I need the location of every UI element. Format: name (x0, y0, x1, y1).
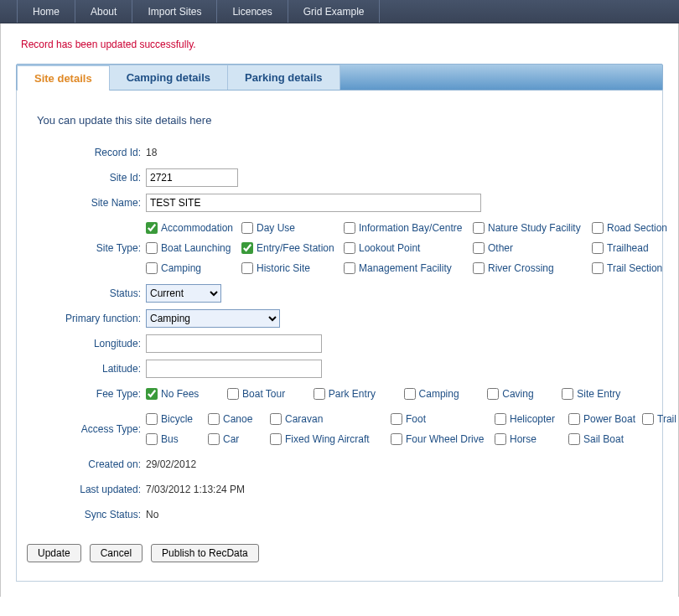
nav-grid-example[interactable]: Grid Example (288, 0, 381, 23)
fee-type-option[interactable]: Park Entry (314, 385, 401, 403)
access-type-checkbox[interactable] (391, 413, 402, 425)
site-type-option[interactable]: Historic Site (241, 259, 340, 277)
access-type-option[interactable]: Four Wheel Drive (391, 430, 491, 448)
access-type-checkbox[interactable] (208, 413, 220, 425)
fee-type-checkbox[interactable] (314, 388, 325, 400)
record-id-label: Record Id: (34, 143, 146, 162)
site-type-checkbox[interactable] (241, 262, 253, 274)
access-type-checkbox[interactable] (146, 413, 158, 425)
site-type-option[interactable]: Trail Section (592, 259, 679, 277)
site-type-option[interactable]: Accommodation (146, 219, 238, 237)
sync-status-label: Sync Status: (34, 505, 146, 524)
access-type-checkbox[interactable] (495, 413, 506, 425)
nav-licences[interactable]: Licences (217, 0, 288, 23)
site-type-option[interactable]: River Crossing (473, 259, 588, 277)
access-type-option[interactable]: Horse (495, 430, 565, 448)
site-type-checkbox[interactable] (344, 242, 355, 254)
access-type-checkbox[interactable] (270, 433, 282, 445)
site-type-option[interactable]: Lookout Point (344, 239, 469, 257)
access-type-option[interactable]: Car (208, 430, 267, 448)
nav-home[interactable]: Home (17, 0, 75, 23)
site-type-checkbox[interactable] (344, 222, 355, 234)
cancel-button[interactable]: Cancel (90, 544, 143, 562)
access-type-checkbox[interactable] (391, 433, 402, 445)
fee-type-option[interactable]: Caving (487, 385, 558, 403)
site-type-checkbox[interactable] (473, 262, 485, 274)
site-type-checkbox[interactable] (146, 262, 158, 274)
access-type-option[interactable]: Bus (146, 430, 205, 448)
site-type-label-text: Road Section (607, 219, 667, 237)
fee-type-checkbox[interactable] (227, 388, 239, 400)
site-type-checkbox[interactable] (592, 242, 604, 254)
fee-type-checkbox[interactable] (562, 388, 573, 400)
status-select[interactable]: Current (146, 284, 221, 303)
fee-type-label-text: Camping (419, 385, 459, 403)
longitude-input[interactable] (146, 334, 322, 353)
access-type-checkbox[interactable] (270, 413, 282, 425)
access-type-option[interactable]: Helicopter (495, 410, 565, 428)
nav-about[interactable]: About (75, 0, 132, 23)
site-type-option[interactable]: Information Bay/Centre (344, 219, 469, 237)
site-type-option[interactable]: Day Use (241, 219, 340, 237)
site-type-option[interactable]: Camping (146, 259, 238, 277)
primary-function-label: Primary function: (34, 309, 146, 328)
primary-function-select[interactable]: Camping (146, 309, 280, 328)
tab-parking-details[interactable]: Parking details (228, 65, 340, 90)
access-type-option[interactable]: Foot (391, 410, 491, 428)
access-type-checkbox[interactable] (146, 433, 158, 445)
site-type-option[interactable]: Nature Study Facility (473, 219, 588, 237)
access-type-label-text: Caravan (285, 410, 323, 428)
access-type-option[interactable]: Sail Boat (568, 430, 639, 448)
site-type-option[interactable]: Entry/Fee Station (241, 239, 340, 257)
access-type-checkbox[interactable] (208, 433, 220, 445)
site-name-input[interactable] (146, 194, 481, 212)
site-id-input[interactable] (146, 168, 238, 187)
site-type-label: Site Type: (34, 223, 146, 273)
access-type-label-text: Trail Bike (657, 410, 679, 428)
nav-import-sites[interactable]: Import Sites (132, 0, 217, 23)
site-type-checkbox[interactable] (592, 222, 604, 234)
site-type-option[interactable]: Boat Launching (146, 239, 238, 257)
latitude-input[interactable] (146, 360, 322, 378)
site-type-checkbox[interactable] (241, 242, 253, 254)
site-type-checkbox[interactable] (592, 262, 604, 274)
longitude-label: Longitude: (34, 334, 146, 353)
access-type-checkbox[interactable] (568, 433, 580, 445)
site-type-option[interactable]: Other (473, 239, 588, 257)
access-type-option[interactable]: Bicycle (146, 410, 205, 428)
access-type-label-text: Sail Boat (583, 430, 624, 448)
site-type-checkbox[interactable] (146, 242, 158, 254)
access-type-option[interactable]: Caravan (270, 410, 387, 428)
access-type-option[interactable]: Trail Bike (642, 410, 679, 428)
site-type-option[interactable]: Road Section (592, 219, 679, 237)
tab-camping-details[interactable]: Camping details (110, 65, 228, 90)
fee-type-option[interactable]: No Fees (146, 385, 224, 403)
access-type-checkbox[interactable] (568, 413, 580, 425)
site-type-option[interactable]: Trailhead (592, 239, 679, 257)
fee-type-checkbox[interactable] (487, 388, 499, 400)
access-type-label-text: Bus (161, 430, 179, 448)
access-type-label-text: Foot (406, 410, 426, 428)
site-type-checkbox[interactable] (146, 222, 158, 234)
fee-type-checkbox[interactable] (404, 388, 416, 400)
fee-type-option[interactable]: Site Entry (562, 385, 645, 403)
access-type-option[interactable]: Power Boat (568, 410, 639, 428)
tab-site-details[interactable]: Site details (17, 65, 110, 91)
access-type-label-text: Bicycle (161, 410, 193, 428)
access-type-label-text: Horse (510, 430, 536, 448)
access-type-option[interactable]: Fixed Wing Aircraft (270, 430, 387, 448)
fee-type-checkbox[interactable] (146, 388, 158, 400)
publish-button[interactable]: Publish to RecData (151, 544, 259, 562)
access-type-checkbox[interactable] (642, 413, 654, 425)
site-type-checkbox[interactable] (473, 242, 485, 254)
fee-type-option[interactable]: Boat Tour (227, 385, 310, 403)
access-type-option[interactable]: Canoe (208, 410, 267, 428)
site-type-checkbox[interactable] (241, 222, 253, 234)
site-type-option[interactable]: Management Facility (344, 259, 469, 277)
update-button[interactable]: Update (27, 544, 81, 562)
fee-type-option[interactable]: Camping (404, 385, 485, 403)
access-type-checkbox[interactable] (495, 433, 506, 445)
site-type-label-text: Trailhead (607, 239, 649, 257)
site-type-checkbox[interactable] (473, 222, 485, 234)
site-type-checkbox[interactable] (344, 262, 355, 274)
